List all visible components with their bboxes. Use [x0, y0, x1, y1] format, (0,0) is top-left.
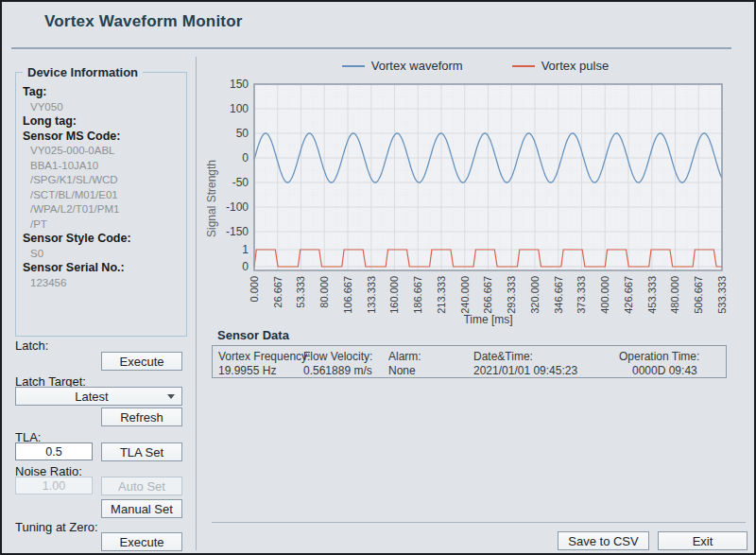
ms-code-line: /SPG/K1/SL/WCD — [23, 173, 183, 188]
ms-code-line: /PT — [23, 217, 183, 233]
svg-text:400.000: 400.000 — [599, 276, 610, 314]
panel-divider — [196, 57, 197, 550]
datetime-label: Date&Time: — [473, 350, 533, 363]
svg-text:213.333: 213.333 — [436, 276, 447, 314]
svg-text:160.000: 160.000 — [388, 276, 400, 314]
svg-text:240.000: 240.000 — [459, 276, 471, 314]
style-code-value: S0 — [23, 247, 183, 262]
flow-velocity-label: Flow Velocity: — [303, 350, 372, 363]
svg-text:Time [ms]: Time [ms] — [463, 313, 512, 326]
ms-code-line: /WPA/L2/T01/PM1 — [23, 202, 183, 217]
latch-target-dropdown[interactable]: Latest — [15, 387, 182, 406]
save-to-csv-button[interactable]: Save to CSV — [558, 531, 649, 550]
operation-time-value: 0000D 09:43 — [632, 364, 697, 377]
footer-divider — [212, 522, 746, 523]
ms-code-line: BBA1-10JA10 — [23, 159, 183, 174]
legend-label-pulse: Vortex pulse — [541, 59, 610, 73]
waveform-chart: Vortex waveform Vortex pulse 150100500-5… — [202, 57, 748, 337]
vortex-waveform-monitor-window: Vortex Waveform Monitor Device Informati… — [0, 0, 756, 555]
datetime-value: 2021/01/01 09:45:23 — [473, 364, 577, 377]
svg-text:0: 0 — [242, 151, 249, 165]
svg-text:26.667: 26.667 — [272, 276, 284, 308]
legend-label-waveform: Vortex waveform — [371, 59, 463, 73]
device-information-body: Tag: VY050 Long tag: Sensor MS Code: VY0… — [23, 85, 183, 290]
svg-text:346.667: 346.667 — [553, 276, 564, 314]
latch-target-selected-value: Latest — [16, 390, 167, 404]
alarm-label: Alarm: — [388, 350, 421, 363]
long-tag-label: Long tag: — [23, 114, 183, 130]
svg-text:186.667: 186.667 — [412, 276, 423, 314]
ms-code-line: /SCT/BL/M01/E01 — [23, 188, 183, 203]
vortex-frequency-value: 19.9955 Hz — [218, 364, 276, 377]
svg-text:150: 150 — [230, 78, 249, 91]
chart-legend: Vortex waveform Vortex pulse — [202, 59, 748, 73]
svg-text:0.000: 0.000 — [249, 276, 260, 303]
sensor-data-box: Vortex Frequency: 19.9955 Hz Flow Veloci… — [212, 345, 727, 378]
flow-velocity-value: 0.561889 m/s — [303, 364, 372, 377]
svg-text:80.000: 80.000 — [318, 276, 330, 308]
svg-text:373.333: 373.333 — [576, 276, 587, 314]
tuning-at-zero-label: Tuning at Zero: — [15, 520, 98, 534]
refresh-button[interactable]: Refresh — [101, 408, 182, 426]
svg-text:53.333: 53.333 — [295, 276, 306, 308]
tag-value: VY050 — [23, 100, 183, 115]
svg-text:50: 50 — [236, 127, 249, 140]
svg-text:506.667: 506.667 — [693, 276, 704, 314]
tla-input[interactable] — [15, 442, 93, 460]
operation-time-label: Operation Time: — [619, 350, 699, 363]
device-information-legend: Device Information — [23, 65, 143, 79]
legend-item-vortex-waveform: Vortex waveform — [342, 59, 463, 73]
chart-plot-area: 150100500-50-100-150100.00026.66753.3338… — [202, 57, 748, 337]
svg-text:533.333: 533.333 — [716, 276, 728, 314]
svg-text:100: 100 — [230, 102, 249, 115]
svg-text:426.667: 426.667 — [623, 276, 634, 314]
style-code-label: Sensor Style Code: — [23, 232, 183, 247]
serial-no-label: Sensor Serial No.: — [23, 261, 183, 276]
svg-text:320.000: 320.000 — [529, 276, 541, 314]
ms-code-label: Sensor MS Code: — [23, 130, 183, 145]
pulse-line-swatch — [512, 65, 535, 67]
auto-set-button: Auto Set — [101, 477, 182, 495]
sensor-data-title: Sensor Data — [217, 328, 289, 342]
svg-text:0: 0 — [242, 260, 249, 273]
svg-text:133.333: 133.333 — [366, 276, 377, 314]
svg-text:266.667: 266.667 — [482, 276, 493, 314]
svg-text:480.000: 480.000 — [669, 276, 680, 314]
title-divider — [11, 47, 731, 49]
tag-label: Tag: — [23, 85, 183, 100]
svg-text:-50: -50 — [232, 176, 249, 189]
svg-text:293.333: 293.333 — [506, 276, 517, 314]
svg-text:Signal Strength: Signal Strength — [205, 160, 218, 237]
svg-text:106.667: 106.667 — [342, 276, 353, 314]
latch-execute-button[interactable]: Execute — [101, 352, 182, 371]
alarm-value: None — [388, 364, 416, 377]
manual-set-button[interactable]: Manual Set — [101, 499, 182, 518]
serial-no-value: 123456 — [23, 276, 183, 291]
exit-button[interactable]: Exit — [658, 531, 747, 550]
tla-set-button[interactable]: TLA Set — [101, 442, 182, 461]
latch-label: Latch: — [15, 338, 48, 353]
tuning-execute-button[interactable]: Execute — [101, 532, 182, 551]
svg-text:-150: -150 — [226, 225, 249, 238]
svg-text:453.333: 453.333 — [646, 276, 658, 314]
waveform-line-swatch — [342, 65, 365, 67]
svg-text:1: 1 — [242, 243, 249, 256]
chevron-down-icon — [167, 394, 175, 399]
noise-ratio-input — [15, 477, 93, 494]
legend-item-vortex-pulse: Vortex pulse — [512, 59, 610, 73]
page-title: Vortex Waveform Monitor — [44, 12, 243, 31]
svg-text:-100: -100 — [226, 200, 249, 214]
ms-code-line: VY025-000-0ABL — [23, 144, 183, 159]
vortex-frequency-label: Vortex Frequency: — [218, 350, 310, 363]
